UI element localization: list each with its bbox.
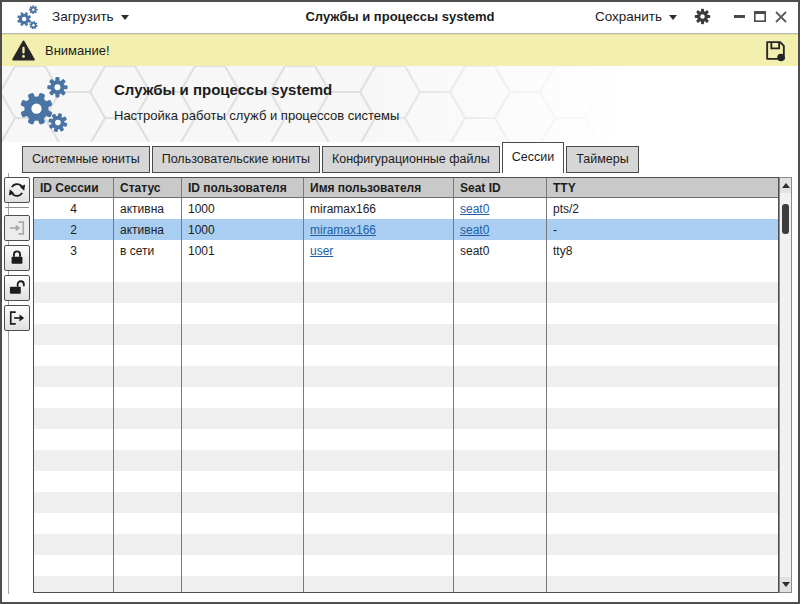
login-button[interactable] [4, 215, 30, 241]
tab-конфигурационные-файлы[interactable]: Конфигурационные файлы [322, 146, 500, 173]
column-header[interactable]: ID пользователя [182, 178, 304, 197]
empty-cell [114, 429, 182, 450]
empty-cell [547, 345, 778, 366]
warning-triangle-icon [12, 40, 35, 61]
lock-open-icon [7, 278, 27, 298]
chevron-down-icon [121, 15, 129, 20]
table-cell: pts/2 [547, 198, 778, 219]
table-cell[interactable]: miramax166 [304, 219, 454, 240]
empty-cell [304, 555, 454, 576]
minimize-button[interactable] [732, 9, 746, 25]
empty-cell [182, 576, 304, 593]
empty-cell [34, 555, 114, 576]
empty-cell [34, 345, 114, 366]
minimize-icon [734, 15, 745, 18]
empty-cell [304, 345, 454, 366]
empty-cell [182, 555, 304, 576]
table-cell[interactable]: user [304, 240, 454, 261]
close-button[interactable] [774, 9, 788, 25]
empty-cell [34, 513, 114, 534]
empty-cell [304, 576, 454, 593]
vertical-scrollbar[interactable] [779, 177, 792, 593]
refresh-button[interactable] [4, 177, 30, 203]
side-toolbar [4, 177, 30, 335]
empty-cell [182, 366, 304, 387]
column-header[interactable]: Статус [114, 178, 182, 197]
cell-link[interactable]: seat0 [460, 202, 489, 216]
empty-cell [454, 576, 547, 593]
table-row[interactable]: 2активна1000miramax166seat0- [34, 219, 778, 240]
load-dropdown-button[interactable]: Загрузить [52, 0, 129, 33]
table-cell: 4 [34, 198, 114, 219]
load-label: Загрузить [52, 9, 114, 24]
chevron-down-icon [669, 15, 677, 20]
save-disk-icon[interactable] [763, 38, 788, 63]
triangle-down-icon [782, 582, 790, 587]
close-icon [775, 11, 787, 23]
table-cell: 2 [34, 219, 114, 240]
scroll-up-button[interactable] [780, 178, 791, 193]
table-cell: 1000 [182, 198, 304, 219]
tab-таймеры[interactable]: Таймеры [566, 146, 639, 173]
hexagon-pattern [0, 66, 800, 142]
table-cell[interactable]: seat0 [454, 219, 547, 240]
empty-table-row [34, 429, 778, 450]
tab-пользовательские-юниты[interactable]: Пользовательские юниты [152, 146, 320, 173]
save-dropdown-button[interactable]: Сохранить [595, 9, 677, 24]
empty-cell [547, 303, 778, 324]
tab-сессии[interactable]: Сессии [502, 142, 564, 173]
empty-cell [34, 450, 114, 471]
empty-table-row [34, 471, 778, 492]
scrollbar-thumb[interactable] [782, 204, 789, 234]
empty-cell [34, 366, 114, 387]
column-header[interactable]: ID Сессии [34, 178, 114, 197]
column-header[interactable]: Имя пользователя [304, 178, 454, 197]
table-cell: 3 [34, 240, 114, 261]
warning-label: Внимание! [45, 43, 110, 58]
column-header[interactable]: Seat ID [454, 178, 547, 197]
empty-cell [304, 303, 454, 324]
empty-table-row [34, 513, 778, 534]
settings-gear-button[interactable] [693, 7, 712, 26]
empty-table-row [34, 261, 778, 282]
empty-cell [34, 387, 114, 408]
empty-cell [182, 261, 304, 282]
table-cell: 1001 [182, 240, 304, 261]
toolbar-separator [5, 207, 29, 208]
empty-cell [34, 576, 114, 593]
tab-системные-юниты[interactable]: Системные юниты [22, 146, 150, 173]
gears-logo-icon [16, 74, 70, 138]
empty-cell [182, 408, 304, 429]
empty-cell [547, 366, 778, 387]
banner-subtitle: Настройка работы служб и процессов систе… [114, 108, 399, 123]
warning-bar: Внимание! [0, 34, 800, 66]
cell-link[interactable]: user [310, 244, 333, 258]
empty-cell [182, 513, 304, 534]
empty-cell [454, 366, 547, 387]
table-cell[interactable]: seat0 [454, 198, 547, 219]
empty-table-row [34, 555, 778, 576]
unlock-button[interactable] [4, 275, 30, 301]
scroll-down-button[interactable] [780, 577, 791, 592]
empty-table-row [34, 345, 778, 366]
table-row[interactable]: 3в сети1001userseat0tty8 [34, 240, 778, 261]
empty-cell [34, 303, 114, 324]
cell-link[interactable]: miramax166 [310, 223, 376, 237]
maximize-button[interactable] [753, 9, 767, 25]
empty-cell [114, 303, 182, 324]
empty-cell [34, 534, 114, 555]
table-cell: в сети [114, 240, 182, 261]
logout-button[interactable] [4, 305, 30, 331]
lock-button[interactable] [4, 245, 30, 271]
empty-cell [114, 324, 182, 345]
empty-cell [114, 261, 182, 282]
empty-cell [454, 282, 547, 303]
cell-link[interactable]: seat0 [460, 223, 489, 237]
column-header[interactable]: TTY [547, 178, 778, 197]
window-controls [732, 9, 788, 25]
table-row[interactable]: 4активна1000miramax166seat0pts/2 [34, 198, 778, 219]
app-gears-icon [15, 4, 39, 30]
empty-cell [182, 324, 304, 345]
empty-cell [304, 366, 454, 387]
empty-cell [304, 471, 454, 492]
